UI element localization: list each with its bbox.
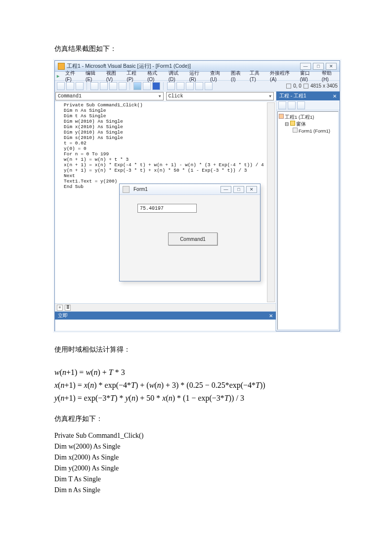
menu-project[interactable]: 工程(P)	[127, 70, 142, 82]
project-pane-title: 工程 - 工程1	[279, 92, 306, 99]
menu-diagram[interactable]: 图表(I)	[231, 70, 245, 82]
code-text: Private Sub Command1_Click() Dim n As Si…	[64, 102, 267, 189]
tree-root-label: 工程1 (工程1)	[285, 114, 314, 120]
tree-folder-label: 窗体	[296, 121, 306, 127]
vb-app-icon	[58, 63, 65, 70]
toggle-folders-icon[interactable]	[297, 101, 305, 109]
project-explorer: 工程 - 工程1 ✕ 工程1 (工程1) ⊟ 窗体 Form	[276, 92, 340, 331]
project-tree[interactable]: 工程1 (工程1) ⊟ 窗体 Form1 (Form1)	[277, 111, 339, 330]
form-minimize-button[interactable]: —	[220, 186, 231, 193]
form-icon	[123, 186, 130, 193]
object-combo[interactable]: Command1 ▼	[55, 92, 164, 100]
equation-3: y(n+1) = exp(−3*T) * y(n) + 50 * x(n) * …	[54, 392, 338, 405]
ide-toolbar: 0, 0 4815 x 3405	[55, 81, 340, 92]
view-object-icon[interactable]	[288, 101, 296, 109]
object-combo-value: Command1	[58, 93, 82, 99]
form-file-icon	[293, 128, 298, 133]
window-controls: — □ ✕	[300, 63, 337, 70]
procedure-combo[interactable]: Click ▼	[166, 92, 274, 100]
folder-icon	[290, 121, 295, 126]
run-icon[interactable]	[133, 82, 141, 90]
toolbar-separator	[130, 82, 131, 90]
caption-code: 仿真程序如下：	[54, 415, 338, 423]
equations-block: w(n+1) = w(n) + T * 3 x(n+1) = x(n) * ex…	[54, 366, 338, 405]
menubar-lead-icon: ▸	[57, 73, 59, 79]
menu-query[interactable]: 查询(U)	[210, 70, 226, 82]
toolbar-separator	[87, 82, 87, 90]
toolbar-icon[interactable]	[109, 82, 117, 90]
toolbar-icon[interactable]	[205, 82, 213, 90]
code-hscroll[interactable]: ≡ ≣	[55, 303, 276, 311]
toolbar-icon[interactable]	[176, 82, 184, 90]
form-maximize-button[interactable]: □	[233, 186, 244, 193]
toolbar-icon[interactable]	[66, 82, 74, 90]
pause-icon[interactable]	[143, 82, 151, 90]
code-editor[interactable]: Private Sub Command1_Click() Dim n As Si…	[55, 101, 276, 303]
code-listing: Private Sub Command1_Click() Dim w(2000)…	[54, 430, 338, 496]
view-code-icon[interactable]	[278, 101, 286, 109]
toolbar-icon[interactable]	[90, 82, 98, 90]
immediate-body[interactable]	[55, 320, 276, 331]
close-button[interactable]: ✕	[326, 63, 337, 70]
project-icon	[279, 114, 284, 119]
menu-help[interactable]: 帮助(H)	[322, 70, 338, 82]
command1-button[interactable]: Command1	[168, 232, 218, 245]
vertical-scrollbar[interactable]	[267, 102, 275, 302]
maximize-button[interactable]: □	[313, 63, 324, 70]
menu-debug[interactable]: 调试(D)	[169, 70, 184, 82]
menu-window[interactable]: 窗口(W)	[300, 70, 317, 82]
pos-icon	[286, 84, 291, 89]
immediate-close-icon[interactable]: ✕	[269, 313, 273, 319]
ide-title-text: 工程1 - Microsoft Visual Basic [运行] - [For…	[67, 63, 300, 70]
tree-folder[interactable]: ⊟ 窗体	[279, 121, 337, 128]
chevron-down-icon: ▼	[269, 94, 271, 98]
menu-tools[interactable]: 工具(T)	[250, 70, 265, 82]
form1-title-text: Form1	[133, 186, 220, 192]
code-pane: Command1 ▼ Click ▼ Private Sub Command1_…	[55, 92, 276, 331]
stop-icon[interactable]	[152, 82, 160, 90]
toolbar-icon[interactable]	[186, 82, 194, 90]
toolbar-icon[interactable]	[167, 82, 175, 90]
caption-top: 仿真结果截图如下：	[54, 45, 338, 53]
menu-addins[interactable]: 外接程序(A)	[270, 70, 295, 82]
tree-item-form1[interactable]: Form1 (Form1)	[279, 128, 337, 135]
form-close-button[interactable]: ✕	[246, 186, 257, 193]
form1-window: Form1 — □ ✕ 75.40197	[119, 184, 261, 281]
chevron-down-icon: ▼	[159, 94, 161, 98]
coord-size: 4815 x 3405	[310, 83, 338, 89]
immediate-window: 立即 ✕	[55, 311, 276, 331]
text1-value: 75.40197	[140, 206, 164, 211]
toolbar-icon[interactable]	[195, 82, 203, 90]
vb-ide-window: 工程1 - Microsoft Visual Basic [运行] - [For…	[54, 60, 340, 331]
toolbar-icon[interactable]	[76, 82, 84, 90]
immediate-title: 立即	[58, 312, 68, 319]
toolbar-separator	[163, 82, 164, 90]
size-icon	[304, 84, 308, 89]
toolbar-icon[interactable]	[119, 82, 127, 90]
caption-mid: 使用时域相似法计算得：	[54, 345, 338, 354]
menu-view[interactable]: 视图(V)	[106, 70, 122, 82]
view-mode-proc-icon[interactable]: ≣	[65, 305, 71, 311]
toolbar-icon[interactable]	[100, 82, 108, 90]
tree-root[interactable]: 工程1 (工程1)	[279, 114, 337, 121]
equation-1: w(n+1) = w(n) + T * 3	[54, 366, 338, 379]
text1-field[interactable]: 75.40197	[137, 204, 197, 213]
menu-edit[interactable]: 编辑(E)	[86, 70, 101, 82]
view-mode-full-icon[interactable]: ≡	[57, 305, 63, 311]
tree-item-label: Form1 (Form1)	[299, 128, 330, 134]
menu-run[interactable]: 运行(R)	[189, 70, 205, 82]
equation-2: x(n+1) = x(n) * exp(−4*T) + (w(n) + 3) *…	[54, 379, 338, 392]
command1-label: Command1	[180, 236, 206, 242]
menu-file[interactable]: 文件(F)	[65, 70, 81, 82]
ide-menubar: ▸ 文件(F) 编辑(E) 视图(V) 工程(P) 格式(O) 调试(D) 运行…	[55, 72, 340, 81]
procedure-combo-value: Click	[169, 93, 183, 99]
project-pane-close-icon[interactable]: ✕	[333, 93, 337, 99]
toolbar-icon[interactable]	[57, 82, 65, 90]
minimize-button[interactable]: —	[300, 63, 311, 70]
coord-pos: 0, 0	[293, 83, 302, 89]
menu-format[interactable]: 格式(O)	[147, 70, 164, 82]
